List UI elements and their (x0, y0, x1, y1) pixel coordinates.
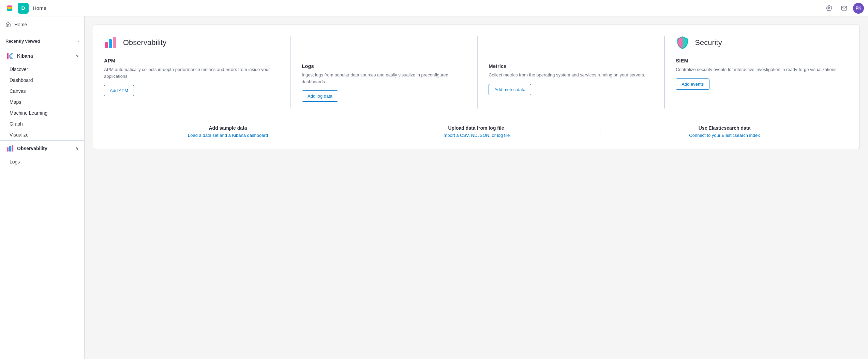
bottom-actions: Add sample data Load a data set and a Ki… (104, 125, 849, 138)
observability-category-left: Observability (5, 144, 47, 153)
solutions-grid: Observability APM APM automatically coll… (104, 36, 849, 109)
page-title: Home (33, 5, 46, 11)
apm-section: APM APM automatically collects in-depth … (104, 58, 280, 96)
security-col: Security SIEM Centralize security events… (664, 36, 849, 109)
svg-rect-4 (7, 147, 9, 152)
observability-category[interactable]: Observability ∨ (0, 140, 84, 156)
elastic-logo (4, 3, 15, 14)
upload-data-title: Upload data from log file (358, 125, 595, 131)
security-icon (676, 36, 689, 49)
app-icon: D (18, 3, 29, 14)
mail-icon (841, 5, 847, 11)
sidebar: Home Recently viewed › Kibana ∨ Dis (0, 16, 85, 359)
logs-section: Logs Ingest logs from popular data sourc… (302, 63, 466, 102)
elasticsearch-data-title: Use Elasticsearch data (606, 125, 843, 131)
svg-rect-9 (113, 37, 116, 48)
divider (104, 117, 849, 117)
recently-viewed-chevron: › (77, 39, 79, 44)
recently-viewed-label: Recently viewed (5, 39, 40, 44)
kibana-chevron: ∨ (76, 54, 79, 58)
sidebar-item-machine-learning[interactable]: Machine Learning (0, 107, 84, 118)
observability-header: Observability (104, 36, 280, 49)
metrics-col: Metrics Collect metrics from the operati… (478, 36, 664, 109)
kibana-category-left: Kibana (5, 52, 33, 60)
kibana-category[interactable]: Kibana ∨ (0, 48, 84, 64)
svg-point-1 (828, 7, 830, 9)
observability-title: Observability (123, 38, 166, 47)
metrics-section: Metrics Collect metrics from the operati… (489, 63, 653, 95)
add-events-button[interactable]: Add events (676, 78, 709, 90)
recently-viewed-header[interactable]: Recently viewed › (0, 33, 84, 48)
user-avatar[interactable]: PK (853, 3, 864, 14)
settings-icon (826, 5, 832, 11)
sidebar-item-visualize[interactable]: Visualize (0, 129, 84, 140)
sidebar-item-dashboard[interactable]: Dashboard (0, 75, 84, 86)
logs-col: Logs Ingest logs from popular data sourc… (291, 36, 478, 109)
observability-chevron: ∨ (76, 146, 79, 151)
elasticsearch-data-link[interactable]: Connect to your Elasticsearch index (606, 133, 843, 138)
home-label: Home (14, 22, 27, 27)
svg-rect-5 (9, 146, 11, 152)
solutions-card: Observability APM APM automatically coll… (93, 25, 860, 149)
metrics-description: Collect metrics from the operating syste… (489, 72, 653, 78)
siem-title: SIEM (676, 58, 838, 63)
apm-title: APM (104, 58, 280, 63)
sidebar-item-discover[interactable]: Discover (0, 64, 84, 75)
kibana-icon (5, 52, 14, 60)
sample-data-action: Add sample data Load a data set and a Ki… (104, 125, 352, 138)
add-log-data-button[interactable]: Add log data (302, 90, 338, 102)
svg-rect-8 (109, 39, 112, 48)
security-header: Security (676, 36, 838, 49)
main-content: Observability APM APM automatically coll… (85, 16, 868, 359)
home-icon (5, 22, 11, 27)
add-apm-button[interactable]: Add APM (104, 85, 134, 96)
svg-rect-6 (12, 145, 13, 152)
logs-description: Ingest logs from popular data sources an… (302, 72, 466, 85)
siem-description: Centralize security events for interacti… (676, 66, 838, 73)
sidebar-item-maps[interactable]: Maps (0, 97, 84, 107)
settings-button[interactable] (823, 2, 835, 14)
upload-data-link[interactable]: Import a CSV, NDJSON, or log file (358, 133, 595, 138)
svg-rect-7 (105, 42, 108, 48)
add-metric-data-button[interactable]: Add metric data (489, 84, 531, 95)
mail-button[interactable] (838, 2, 850, 14)
sidebar-item-logs[interactable]: Logs (0, 156, 84, 167)
observability-sidebar-icon (5, 144, 14, 153)
logs-title: Logs (302, 63, 466, 69)
siem-section: SIEM Centralize security events for inte… (676, 58, 838, 90)
kibana-label: Kibana (17, 53, 33, 59)
apm-description: APM automatically collects in-depth perf… (104, 66, 280, 80)
observability-col: Observability APM APM automatically coll… (104, 36, 291, 109)
sample-data-link[interactable]: Load a data set and a Kibana dashboard (109, 133, 346, 138)
metrics-title: Metrics (489, 63, 653, 69)
top-nav: D Home PK (0, 0, 868, 16)
sidebar-item-graph[interactable]: Graph (0, 118, 84, 129)
sidebar-home[interactable]: Home (0, 16, 84, 33)
sample-data-title: Add sample data (109, 125, 346, 131)
observability-label: Observability (17, 146, 47, 151)
observability-icon (104, 36, 118, 49)
sidebar-item-canvas[interactable]: Canvas (0, 86, 84, 97)
upload-data-action: Upload data from log file Import a CSV, … (352, 125, 600, 138)
elasticsearch-data-action: Use Elasticsearch data Connect to your E… (600, 125, 849, 138)
security-title: Security (695, 38, 722, 47)
